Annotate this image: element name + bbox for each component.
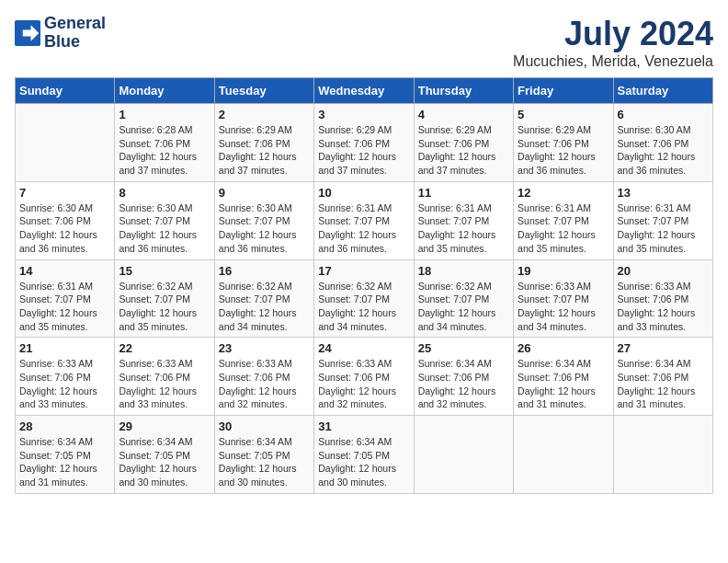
day-info: Sunrise: 6:31 AM Sunset: 7:07 PM Dayligh… [19,280,110,334]
day-number: 25 [418,341,509,355]
header-thursday: Thursday [414,78,513,104]
location: Mucuchies, Merida, Venezuela [513,53,713,70]
day-number: 30 [219,419,310,433]
table-row: 15Sunrise: 6:32 AM Sunset: 7:07 PM Dayli… [115,259,214,338]
day-info: Sunrise: 6:31 AM Sunset: 7:07 PM Dayligh… [618,201,709,256]
day-info: Sunrise: 6:34 AM Sunset: 7:06 PM Dayligh… [518,357,609,411]
header-sunday: Sunday [16,78,115,104]
day-number: 8 [119,186,210,200]
logo-text: General Blue [44,15,106,52]
day-info: Sunrise: 6:28 AM Sunset: 7:06 PM Dayligh… [119,123,210,178]
table-row [514,416,613,494]
table-row: 7Sunrise: 6:30 AM Sunset: 7:06 PM Daylig… [16,181,115,259]
header: General Blue July 2024 Mucuchies, Merida… [15,15,713,70]
day-number: 3 [318,108,409,121]
day-number: 10 [318,186,409,200]
day-number: 20 [618,264,709,278]
title-section: July 2024 Mucuchies, Merida, Venezuela [513,15,713,70]
table-row: 5Sunrise: 6:29 AM Sunset: 7:06 PM Daylig… [514,104,613,182]
day-info: Sunrise: 6:29 AM Sunset: 7:06 PM Dayligh… [219,123,310,178]
day-info: Sunrise: 6:31 AM Sunset: 7:07 PM Dayligh… [518,201,609,256]
header-monday: Monday [115,78,214,104]
table-row: 3Sunrise: 6:29 AM Sunset: 7:06 PM Daylig… [314,104,414,182]
day-number: 5 [518,108,609,121]
table-row: 22Sunrise: 6:33 AM Sunset: 7:06 PM Dayli… [115,338,214,416]
table-row: 26Sunrise: 6:34 AM Sunset: 7:06 PM Dayli… [514,338,613,416]
day-number: 22 [119,341,210,355]
day-number: 23 [219,341,310,355]
header-friday: Friday [514,78,613,104]
day-number: 11 [418,186,509,200]
day-number: 2 [219,108,310,121]
calendar-week-row: 28Sunrise: 6:34 AM Sunset: 7:05 PM Dayli… [16,416,713,494]
table-row: 16Sunrise: 6:32 AM Sunset: 7:07 PM Dayli… [214,259,313,338]
day-info: Sunrise: 6:34 AM Sunset: 7:05 PM Dayligh… [119,435,210,489]
day-info: Sunrise: 6:33 AM Sunset: 7:06 PM Dayligh… [19,357,110,411]
logo-icon [15,20,40,46]
day-info: Sunrise: 6:33 AM Sunset: 7:06 PM Dayligh… [119,357,210,411]
table-row: 18Sunrise: 6:32 AM Sunset: 7:07 PM Dayli… [414,259,513,338]
day-info: Sunrise: 6:29 AM Sunset: 7:06 PM Dayligh… [318,123,409,178]
day-info: Sunrise: 6:33 AM Sunset: 7:06 PM Dayligh… [318,357,409,411]
day-info: Sunrise: 6:32 AM Sunset: 7:07 PM Dayligh… [119,280,210,334]
calendar-week-row: 14Sunrise: 6:31 AM Sunset: 7:07 PM Dayli… [16,259,713,338]
day-info: Sunrise: 6:34 AM Sunset: 7:05 PM Dayligh… [19,435,110,489]
table-row: 20Sunrise: 6:33 AM Sunset: 7:06 PM Dayli… [613,259,712,338]
logo: General Blue [15,15,106,52]
day-number: 12 [518,186,609,200]
table-row: 31Sunrise: 6:34 AM Sunset: 7:05 PM Dayli… [314,416,414,494]
day-number: 31 [318,419,409,433]
table-row: 23Sunrise: 6:33 AM Sunset: 7:06 PM Dayli… [214,338,313,416]
day-number: 16 [219,264,310,278]
table-row: 6Sunrise: 6:30 AM Sunset: 7:06 PM Daylig… [613,104,712,182]
table-row: 19Sunrise: 6:33 AM Sunset: 7:07 PM Dayli… [514,259,613,338]
header-wednesday: Wednesday [314,78,414,104]
day-number: 19 [518,264,609,278]
day-info: Sunrise: 6:31 AM Sunset: 7:07 PM Dayligh… [318,201,409,256]
table-row: 10Sunrise: 6:31 AM Sunset: 7:07 PM Dayli… [314,181,414,259]
day-info: Sunrise: 6:32 AM Sunset: 7:07 PM Dayligh… [219,280,310,334]
day-info: Sunrise: 6:34 AM Sunset: 7:06 PM Dayligh… [418,357,509,411]
day-info: Sunrise: 6:29 AM Sunset: 7:06 PM Dayligh… [418,123,509,178]
day-number: 4 [418,108,509,121]
table-row: 4Sunrise: 6:29 AM Sunset: 7:06 PM Daylig… [414,104,513,182]
day-number: 17 [318,264,409,278]
day-info: Sunrise: 6:33 AM Sunset: 7:06 PM Dayligh… [219,357,310,411]
day-info: Sunrise: 6:34 AM Sunset: 7:06 PM Dayligh… [618,357,709,411]
table-row: 11Sunrise: 6:31 AM Sunset: 7:07 PM Dayli… [414,181,513,259]
day-info: Sunrise: 6:29 AM Sunset: 7:06 PM Dayligh… [518,123,609,178]
day-number: 24 [318,341,409,355]
table-row: 25Sunrise: 6:34 AM Sunset: 7:06 PM Dayli… [414,338,513,416]
calendar-week-row: 21Sunrise: 6:33 AM Sunset: 7:06 PM Dayli… [16,338,713,416]
table-row: 12Sunrise: 6:31 AM Sunset: 7:07 PM Dayli… [514,181,613,259]
table-row: 13Sunrise: 6:31 AM Sunset: 7:07 PM Dayli… [613,181,712,259]
table-row: 24Sunrise: 6:33 AM Sunset: 7:06 PM Dayli… [314,338,414,416]
calendar-week-row: 1Sunrise: 6:28 AM Sunset: 7:06 PM Daylig… [16,104,713,182]
day-info: Sunrise: 6:33 AM Sunset: 7:06 PM Dayligh… [618,280,709,334]
month-year: July 2024 [513,15,713,53]
table-row: 30Sunrise: 6:34 AM Sunset: 7:05 PM Dayli… [214,416,313,494]
table-row: 2Sunrise: 6:29 AM Sunset: 7:06 PM Daylig… [214,104,313,182]
day-number: 18 [418,264,509,278]
table-row: 27Sunrise: 6:34 AM Sunset: 7:06 PM Dayli… [613,338,712,416]
table-row: 1Sunrise: 6:28 AM Sunset: 7:06 PM Daylig… [115,104,214,182]
day-number: 21 [19,341,110,355]
calendar-header-row: Sunday Monday Tuesday Wednesday Thursday… [16,78,713,104]
day-number: 14 [19,264,110,278]
day-number: 7 [19,186,110,200]
day-info: Sunrise: 6:34 AM Sunset: 7:05 PM Dayligh… [318,435,409,489]
day-number: 15 [119,264,210,278]
day-info: Sunrise: 6:31 AM Sunset: 7:07 PM Dayligh… [418,201,509,256]
table-row: 17Sunrise: 6:32 AM Sunset: 7:07 PM Dayli… [314,259,414,338]
day-number: 28 [19,419,110,433]
table-row [414,416,513,494]
day-info: Sunrise: 6:33 AM Sunset: 7:07 PM Dayligh… [518,280,609,334]
day-number: 29 [119,419,210,433]
table-row: 21Sunrise: 6:33 AM Sunset: 7:06 PM Dayli… [16,338,115,416]
day-number: 13 [618,186,709,200]
day-number: 6 [618,108,709,121]
header-saturday: Saturday [613,78,712,104]
calendar-week-row: 7Sunrise: 6:30 AM Sunset: 7:06 PM Daylig… [16,181,713,259]
day-number: 1 [119,108,210,121]
day-info: Sunrise: 6:30 AM Sunset: 7:06 PM Dayligh… [618,123,709,178]
